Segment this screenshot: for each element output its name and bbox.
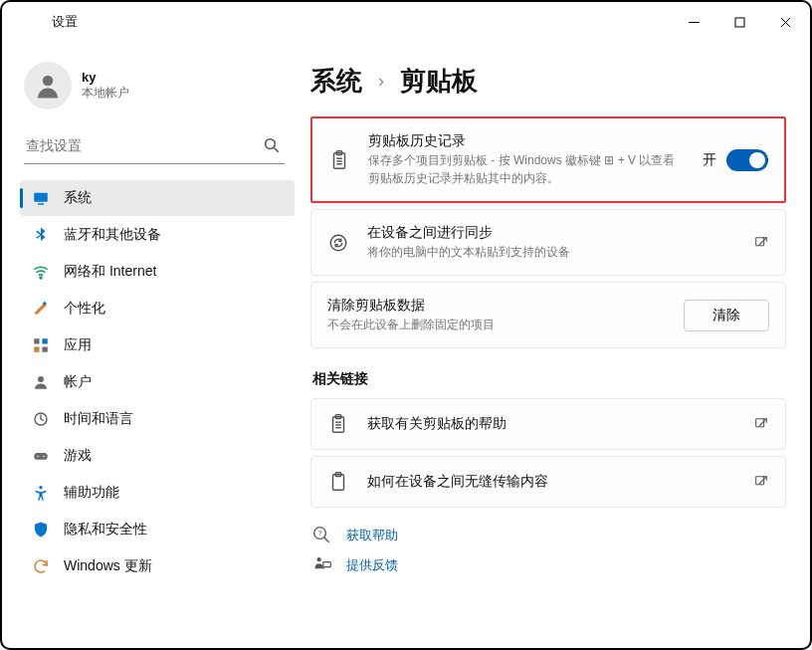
svg-rect-7 (34, 193, 48, 202)
search-box[interactable] (24, 129, 285, 164)
minimize-button[interactable] (671, 6, 716, 38)
nav-item-privacy[interactable]: 隐私和安全性 (20, 512, 295, 547)
svg-rect-14 (43, 347, 48, 352)
breadcrumb-root[interactable]: 系统 (310, 64, 362, 99)
clipboard-icon (327, 471, 349, 493)
svg-rect-11 (34, 338, 39, 343)
feedback-icon (312, 555, 332, 575)
user-account-type: 本地帐户 (82, 85, 129, 102)
link-text: 提供反馈 (346, 556, 398, 574)
card-title: 在设备之间进行同步 (367, 224, 735, 242)
nav-item-windows-update[interactable]: Windows 更新 (20, 548, 295, 584)
search-input[interactable] (24, 131, 263, 159)
apps-icon (32, 336, 50, 354)
nav-item-bluetooth[interactable]: 蓝牙和其他设备 (20, 217, 295, 253)
nav-label: 蓝牙和其他设备 (64, 226, 161, 244)
open-link-icon (753, 474, 769, 490)
open-link-icon (753, 416, 769, 432)
nav-label: 应用 (64, 336, 92, 354)
user-name: ky (82, 70, 129, 85)
nav-item-apps[interactable]: 应用 (20, 327, 295, 363)
card-title: 获取有关剪贴板的帮助 (367, 415, 735, 433)
card-sync-across-devices[interactable]: 在设备之间进行同步 将你的电脑中的文本粘贴到支持的设备 (310, 209, 786, 276)
nav-item-accounts[interactable]: 帐户 (20, 364, 295, 400)
maximize-button[interactable] (716, 6, 762, 38)
svg-rect-12 (43, 338, 48, 343)
get-help-link[interactable]: ? 获取帮助 (312, 526, 786, 545)
accessibility-icon (32, 484, 50, 502)
svg-point-26 (330, 235, 346, 251)
clipboard-history-toggle[interactable] (726, 149, 768, 171)
back-button[interactable] (20, 10, 28, 35)
card-title: 如何在设备之间无缝传输内容 (367, 473, 735, 491)
search-icon[interactable] (263, 136, 281, 154)
clear-button[interactable]: 清除 (684, 300, 769, 331)
nav-item-gaming[interactable]: 游戏 (20, 438, 295, 474)
svg-point-20 (39, 486, 42, 489)
nav-label: 隐私和安全性 (64, 521, 147, 539)
svg-rect-1 (735, 18, 744, 27)
sync-icon (327, 232, 349, 254)
svg-point-5 (266, 139, 276, 149)
svg-point-15 (38, 376, 44, 382)
card-subtitle: 保存多个项目到剪贴板 - 按 Windows 徽标键 ⊞ + V 以查看剪贴板历… (368, 151, 685, 187)
related-links-heading: 相关链接 (312, 370, 786, 388)
card-clipboard-history: 剪贴板历史记录 保存多个项目到剪贴板 - 按 Windows 徽标键 ⊞ + V… (310, 116, 786, 203)
feedback-link[interactable]: 提供反馈 (312, 555, 786, 575)
svg-point-9 (40, 277, 42, 279)
user-profile[interactable]: ky 本地帐户 (24, 62, 291, 109)
link-text: 获取帮助 (346, 527, 398, 544)
card-help-clipboard[interactable]: 获取有关剪贴板的帮助 (310, 398, 786, 450)
svg-line-6 (274, 147, 279, 152)
nav-label: Windows 更新 (64, 557, 152, 575)
nav-label: 系统 (64, 189, 92, 207)
chevron-right-icon: › (378, 71, 384, 92)
window-controls (671, 6, 808, 38)
close-button[interactable] (762, 6, 808, 38)
breadcrumb-leaf: 剪贴板 (400, 64, 478, 99)
gamepad-icon (32, 447, 50, 465)
card-title: 剪贴板历史记录 (368, 132, 685, 150)
svg-rect-8 (38, 203, 44, 205)
app-title: 设置 (52, 13, 78, 31)
nav-label: 个性化 (64, 300, 105, 318)
nav-item-time-language[interactable]: 时间和语言 (20, 401, 295, 437)
main-content: 系统 › 剪贴板 剪贴板历史记录 保存多个项目到剪贴板 - 按 Windows … (301, 42, 810, 648)
titlebar: 设置 (2, 2, 810, 42)
nav-list: 系统 蓝牙和其他设备 网络和 Internet 个性化 应用 帐户 (20, 180, 295, 584)
nav-item-personalization[interactable]: 个性化 (20, 291, 295, 326)
open-link-icon (753, 235, 769, 251)
person-icon (32, 373, 50, 391)
card-subtitle: 将你的电脑中的文本粘贴到支持的设备 (367, 243, 735, 261)
update-icon (32, 557, 50, 575)
shield-icon (32, 521, 50, 539)
svg-point-19 (43, 456, 45, 458)
card-clear-clipboard: 清除剪贴板数据 不会在此设备上删除固定的项目 清除 (310, 282, 786, 348)
svg-rect-40 (323, 562, 331, 567)
nav-label: 辅助功能 (64, 484, 119, 502)
svg-point-39 (317, 557, 321, 561)
svg-text:?: ? (317, 530, 321, 537)
nav-item-system[interactable]: 系统 (20, 180, 295, 216)
nav-label: 游戏 (64, 447, 92, 465)
nav-item-accessibility[interactable]: 辅助功能 (20, 475, 295, 511)
clipboard-list-icon (328, 149, 350, 171)
clipboard-list-icon (327, 413, 349, 435)
brush-icon (32, 300, 50, 318)
wifi-icon (32, 263, 50, 281)
avatar (24, 62, 72, 109)
card-title: 清除剪贴板数据 (327, 297, 666, 315)
card-subtitle: 不会在此设备上删除固定的项目 (327, 316, 666, 333)
globe-clock-icon (32, 410, 50, 428)
nav-item-network[interactable]: 网络和 Internet (20, 254, 295, 290)
svg-rect-17 (34, 453, 48, 460)
nav-label: 网络和 Internet (64, 263, 156, 281)
bluetooth-icon (32, 226, 50, 244)
card-cross-device-transfer[interactable]: 如何在设备之间无缝传输内容 (310, 456, 786, 508)
help-icon: ? (312, 526, 332, 545)
system-icon (32, 189, 50, 207)
svg-point-18 (37, 456, 39, 458)
nav-label: 帐户 (64, 373, 92, 391)
nav-label: 时间和语言 (64, 410, 133, 428)
svg-rect-13 (34, 347, 39, 352)
